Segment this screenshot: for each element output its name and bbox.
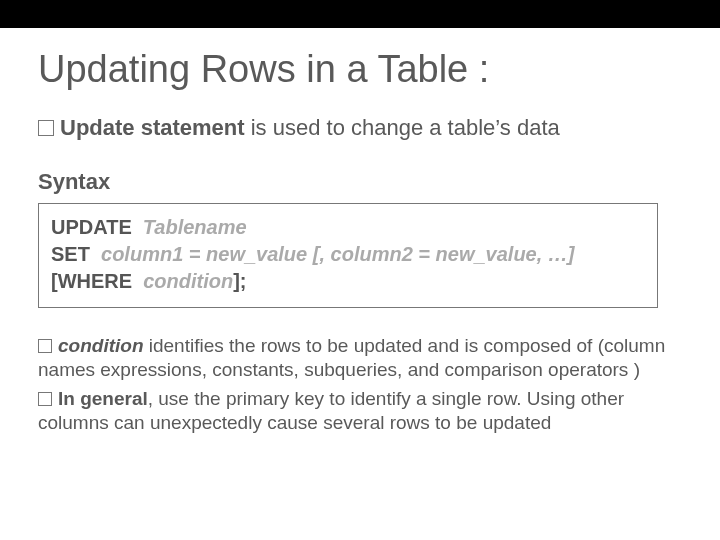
syntax-line-3: [WHERE condition];: [51, 268, 645, 295]
intro-rest: is used to change a table’s data: [245, 115, 560, 140]
intro-bold: Update statement: [60, 115, 245, 140]
intro-line: Update statement is used to change a tab…: [38, 115, 690, 141]
it-condition: condition: [143, 270, 233, 292]
list-item: condition identifies the rows to be upda…: [38, 334, 678, 383]
slide-title: Updating Rows in a Table :: [38, 48, 690, 91]
body-list: condition identifies the rows to be upda…: [38, 334, 678, 435]
kw-update: UPDATE: [51, 216, 143, 238]
syntax-label: Syntax: [38, 169, 690, 195]
it-columns: column1 = new_value [, column2 = new_val…: [101, 243, 575, 265]
slide-content: Updating Rows in a Table : Update statem…: [0, 28, 720, 435]
syntax-line-1: UPDATE Tablename: [51, 214, 645, 241]
bullet-box-icon: [38, 120, 54, 136]
list-item: In general, use the primary key to ident…: [38, 387, 678, 436]
it-tablename: Tablename: [143, 216, 247, 238]
bullet-box-icon: [38, 339, 52, 353]
bullet-box-icon: [38, 392, 52, 406]
slide: Updating Rows in a Table : Update statem…: [0, 0, 720, 540]
kw-set: SET: [51, 243, 101, 265]
kw-where-open: [WHERE: [51, 270, 143, 292]
kw-where-close: ];: [233, 270, 246, 292]
syntax-box: UPDATE Tablename SET column1 = new_value…: [38, 203, 658, 308]
top-black-bar: [0, 0, 720, 28]
item-bold: In general: [58, 388, 148, 409]
syntax-line-2: SET column1 = new_value [, column2 = new…: [51, 241, 645, 268]
item-bold-italic: condition: [58, 335, 149, 356]
